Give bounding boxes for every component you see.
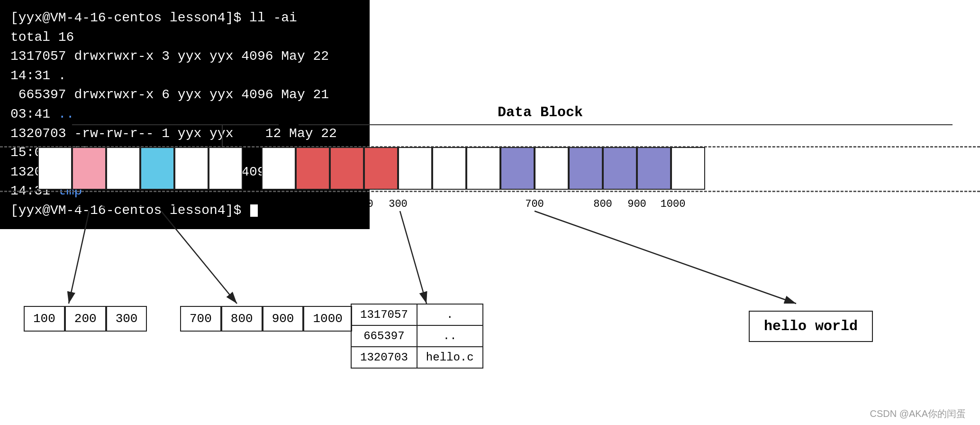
dir-name-0: . [417, 304, 483, 325]
data-label-1000: 1000 [654, 198, 692, 210]
data-block-red-2 [330, 147, 364, 190]
dir-inode-1: 665397 [351, 325, 417, 347]
dir-inode-0: 1317057 [351, 304, 417, 325]
inode2-block-700: 700 [180, 306, 221, 332]
data-block-red-3 [364, 147, 398, 190]
inode1-block-list: 100 200 300 [24, 306, 147, 332]
terminal-line-1: [yyx@VM-4-16-centos lesson4]$ ll -ai [10, 9, 359, 28]
arrow-data700-to-hello [535, 211, 796, 304]
inode1-block-100: 100 [24, 306, 65, 332]
inode-block-0 [38, 147, 72, 190]
bracket-inode-mid-vert [222, 124, 223, 147]
dir-name-2: hello.c [417, 347, 483, 368]
data-block-0 [262, 147, 296, 190]
hello-world-box: hello world [749, 311, 873, 342]
inode-table-label: Inode Table [128, 104, 222, 120]
data-block-5 [432, 147, 466, 190]
data-label-300: 300 [381, 198, 415, 210]
data-block-label: Data Block [498, 104, 583, 120]
dashed-line-bottom [0, 191, 980, 192]
dir-inode-2: 1320703 [351, 347, 417, 368]
arrow-data300-to-dir [400, 211, 426, 304]
data-block-4 [398, 147, 432, 190]
data-label-200: 200 [347, 198, 381, 210]
dir-row-0: 1317057 . [351, 304, 483, 325]
inode-label-1317057: 1317057 [70, 198, 104, 210]
inode-block-2 [106, 147, 140, 190]
data-label-900: 900 [620, 198, 654, 210]
inode1-block-300: 300 [106, 306, 147, 332]
data-block-bp-4 [637, 147, 671, 190]
inode-block-4 [174, 147, 209, 190]
inode2-block-900: 900 [263, 306, 304, 332]
data-label-700: 700 [517, 198, 552, 210]
dir-row-2: 1320703 hello.c [351, 347, 483, 368]
terminal-line-2: total 16 [10, 28, 359, 47]
data-block-bp-2 [569, 147, 603, 190]
data-block-bp-1 [500, 147, 535, 190]
dir-name-1: .. [417, 325, 483, 347]
inode-block-cyan [140, 147, 174, 190]
inode2-block-list: 700 800 900 1000 [180, 306, 352, 332]
dir-row-1: 665397 .. [351, 325, 483, 347]
data-label-800: 800 [586, 198, 620, 210]
block-gap [243, 147, 262, 190]
data-block-12 [671, 147, 705, 190]
data-label-100: 100 [313, 198, 347, 210]
bracket-inode-left [72, 124, 223, 125]
diagram-area: Inode Table Data Block 1317057 [0, 104, 980, 425]
inode-block-5 [209, 147, 243, 190]
data-block-8 [535, 147, 569, 190]
data-block-bp-3 [603, 147, 637, 190]
bracket-inode-right [222, 124, 279, 125]
bracket-data-top [299, 124, 953, 125]
inode-label-1320703: 1320703 [138, 198, 181, 210]
arrow-inode1-to-blocks [69, 211, 89, 304]
data-block-red-1 [296, 147, 330, 190]
directory-table: 1317057 . 665397 .. 1320703 hello.c [351, 304, 483, 369]
inode1-block-200: 200 [65, 306, 106, 332]
inode-block-pink [72, 147, 106, 190]
data-block-6 [466, 147, 500, 190]
inode2-block-800: 800 [221, 306, 263, 332]
terminal-line-3: 1317057 drwxrwxr-x 3 yyx yyx 4096 May 22… [10, 47, 359, 85]
inode-block-row [38, 147, 705, 190]
watermark: CSDN @AKA你的闰蛋 [870, 407, 966, 420]
inode2-block-1000: 1000 [303, 306, 352, 332]
arrow-inode2-to-blocks [161, 211, 237, 304]
